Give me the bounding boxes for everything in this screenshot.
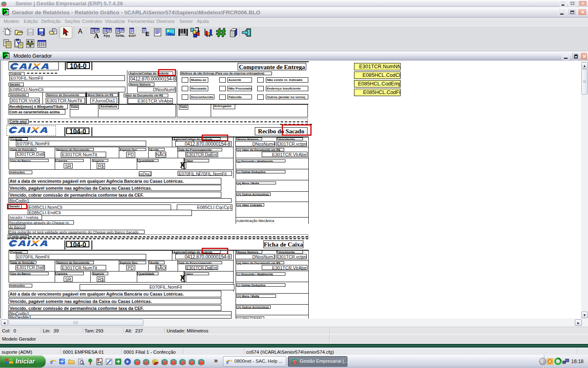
svg-text:A: A (94, 32, 99, 38)
svg-text:F(x): F(x) (104, 34, 110, 38)
svg-text:000: 000 (180, 34, 185, 36)
svg-text:TOTAL: TOTAL (116, 34, 125, 38)
svg-text:E: E (145, 30, 149, 37)
svg-text:SIST: SIST (129, 34, 136, 38)
